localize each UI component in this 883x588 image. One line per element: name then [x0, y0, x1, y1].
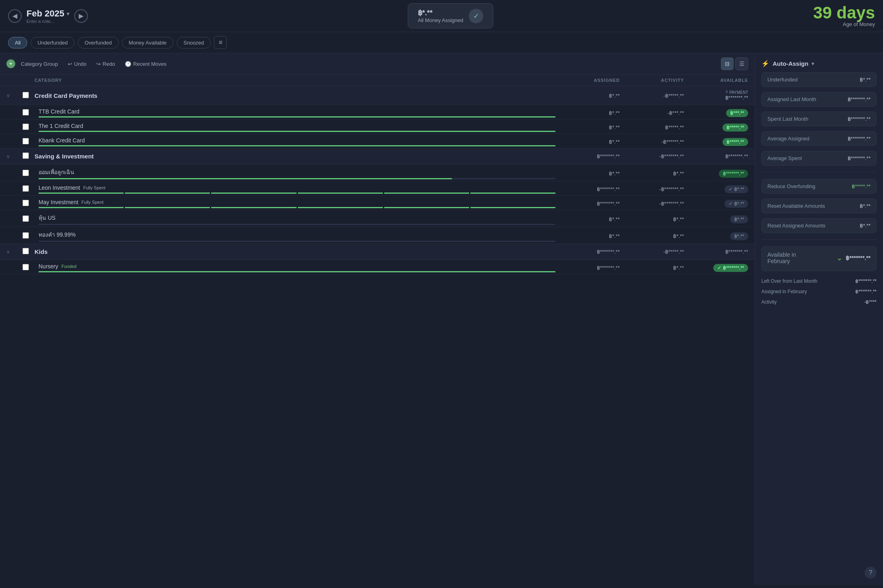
header-available: AVAILABLE — [684, 78, 748, 83]
cat-name-may: May Investment — [35, 199, 78, 205]
cat-assigned-leon[interactable]: ฿*******.** — [555, 186, 620, 192]
category-group-label[interactable]: Category Group — [17, 59, 62, 69]
table-header: CATEGORY ASSIGNED ACTIVITY AVAILABLE — [0, 75, 755, 86]
group-row-credit-card-payments[interactable]: ∨ Credit Card Payments ฿*.** -฿*****.** … — [0, 86, 755, 105]
assigned-label: All Money Assigned — [418, 17, 463, 23]
redo-icon: ↪ — [96, 61, 101, 67]
avg-assigned-value: ฿*******.** — [848, 136, 871, 142]
view-compact-button[interactable]: ⊟ — [721, 57, 734, 70]
assigned-amount: ฿*.** — [418, 8, 463, 17]
action-reset-available[interactable]: Reset Available Amounts ฿*.** — [761, 199, 877, 213]
small-stat-activity: Activity -฿**** — [761, 297, 877, 307]
group-collapse-chevron[interactable]: ∨ — [6, 93, 22, 98]
question-icon: ? — [726, 90, 728, 95]
progress-fill-ttb — [39, 116, 555, 118]
reset-assigned-value: ฿*.** — [860, 223, 871, 229]
progress-nursery — [39, 271, 555, 272]
cat-available-the1: ฿*****.** — [684, 124, 748, 132]
payment-amount: ฿*******.** — [684, 95, 748, 101]
filter-overfunded[interactable]: Overfunded — [78, 37, 119, 49]
cat-checkbox-the1[interactable] — [22, 124, 29, 130]
view-expanded-button[interactable]: ☰ — [735, 57, 748, 70]
cat-assigned-huns-us[interactable]: ฿*.** — [555, 216, 620, 222]
group-checkbox-credit-card[interactable] — [22, 92, 29, 98]
stat-underfunded: Underfunded ฿*.** — [761, 72, 877, 87]
available-feb-amount: ฿*******.** — [846, 255, 871, 261]
cat-assigned-nursery[interactable]: ฿*******.** — [555, 265, 620, 271]
view-buttons: ⊟ ☰ — [721, 57, 748, 70]
help-button[interactable]: ? — [865, 567, 877, 579]
next-month-button[interactable]: ▶ — [74, 9, 88, 23]
spent-last-month-label: Spent Last Month — [767, 116, 808, 122]
recent-moves-button[interactable]: 🕐 Recent Moves — [121, 59, 171, 69]
month-chevron[interactable]: ▾ — [67, 10, 69, 17]
available-feb-chevron[interactable]: ⌄ — [836, 253, 842, 262]
activity-value: -฿**** — [864, 299, 877, 305]
group-activity-credit-card: -฿*****.** — [620, 93, 684, 99]
reset-assigned-label: Reset Assigned Amounts — [767, 223, 826, 229]
progress-fill-nursery — [39, 271, 555, 272]
cat-activity-the1: ฿*****.** — [620, 124, 684, 130]
cat-checkbox-ttb[interactable] — [22, 109, 29, 116]
filter-snoozed[interactable]: Snoozed — [177, 37, 211, 49]
group-row-kids[interactable]: ∨ Kids ฿*******.** -฿*****.** ฿*******.*… — [0, 244, 755, 260]
cat-checkbox-oom[interactable] — [22, 170, 29, 176]
group-name-credit-card-payments: Credit Card Payments — [35, 92, 555, 99]
group-checkbox-kids[interactable] — [22, 248, 29, 254]
available-feb-header: Available in February ⌄ ฿*******.** — [767, 251, 871, 264]
auto-assign-label: Auto-Assign — [773, 60, 808, 67]
group-collapse-saving[interactable]: ∨ — [6, 154, 22, 159]
cat-assigned-oom[interactable]: ฿*.** — [555, 170, 620, 176]
month-note[interactable]: Enter a note... — [26, 19, 69, 24]
cat-assigned-the1[interactable]: ฿*.** — [555, 124, 620, 130]
redo-button[interactable]: ↪ Redo — [92, 59, 119, 69]
cat-checkbox-huns-us[interactable] — [22, 215, 29, 222]
cat-checkbox-gold[interactable] — [22, 232, 29, 239]
cat-assigned-ttb[interactable]: ฿*.** — [555, 110, 620, 116]
cat-assigned-kbank[interactable]: ฿*.** — [555, 139, 620, 145]
group-activity-kids: -฿*****.** — [620, 249, 684, 255]
group-checkbox-saving[interactable] — [22, 152, 29, 159]
cat-checkbox-kbank[interactable] — [22, 138, 29, 144]
filter-bar: All Underfunded Overfunded Money Availab… — [0, 32, 883, 53]
progress-fill-kbank — [39, 145, 555, 146]
group-name-kids: Kids — [35, 248, 555, 255]
progress-fill-oom — [39, 178, 452, 179]
cat-row-oom: ออมเพื่อลูกเฉิน ฿*.** ฿*.** ฿*******.** — [0, 164, 755, 181]
filter-underfunded[interactable]: Underfunded — [31, 37, 74, 49]
spent-last-month-value: ฿*******.** — [848, 116, 871, 122]
group-row-saving[interactable]: ∨ Saving & Investment ฿*******.** -฿****… — [0, 148, 755, 164]
cat-checkbox-may[interactable] — [22, 200, 29, 206]
cat-assigned-may[interactable]: ฿*******.** — [555, 201, 620, 207]
header-assigned: ASSIGNED — [555, 78, 620, 83]
cat-checkbox-leon[interactable] — [22, 185, 29, 192]
filter-money-available[interactable]: Money Available — [122, 37, 173, 49]
cat-row-gold: ทองคำ 99.99% ฿*.** ฿*.** ฿*.** — [0, 227, 755, 244]
filter-icon-button[interactable]: ≡ — [214, 36, 227, 49]
group-collapse-kids[interactable]: ∨ — [6, 249, 22, 255]
main-layout: + Category Group ↩ Undo ↪ Redo 🕐 Recent … — [0, 53, 883, 585]
action-reset-assigned[interactable]: Reset Assigned Amounts ฿*.** — [761, 218, 877, 233]
activity-label: Activity — [761, 299, 777, 305]
header-left: ◀ Feb 2025 ▾ Enter a note... ▶ — [8, 8, 88, 24]
cat-checkbox-nursery[interactable] — [22, 264, 29, 270]
auto-assign-chevron[interactable]: ▾ — [812, 61, 814, 67]
group-available-credit-card: ? PAYMENT ฿*******.** — [684, 90, 748, 101]
header-activity: ACTIVITY — [620, 78, 684, 83]
cat-assigned-gold[interactable]: ฿*.** — [555, 233, 620, 239]
badge-ttb: ฿***.** — [726, 109, 748, 117]
available-feb-title2: February — [767, 258, 796, 264]
divider-2 — [761, 239, 877, 240]
action-reduce-overfunding[interactable]: Reduce Overfunding ฿*****.** — [761, 179, 877, 194]
cat-activity-gold: ฿*.** — [620, 233, 684, 239]
add-category-group-button[interactable]: + — [6, 59, 15, 68]
undo-button[interactable]: ↩ Undo — [64, 59, 91, 69]
reduce-overfunding-value: ฿*****.** — [852, 183, 871, 189]
progress-the1 — [39, 131, 555, 132]
cat-name-nursery: Nursery — [35, 263, 58, 270]
prev-month-button[interactable]: ◀ — [8, 9, 22, 23]
undo-icon: ↩ — [68, 61, 72, 67]
filter-all[interactable]: All — [8, 37, 27, 49]
available-feb-title: Available in — [767, 251, 796, 258]
right-panel: ⚡ Auto-Assign ▾ Underfunded ฿*.** Assign… — [755, 53, 883, 585]
